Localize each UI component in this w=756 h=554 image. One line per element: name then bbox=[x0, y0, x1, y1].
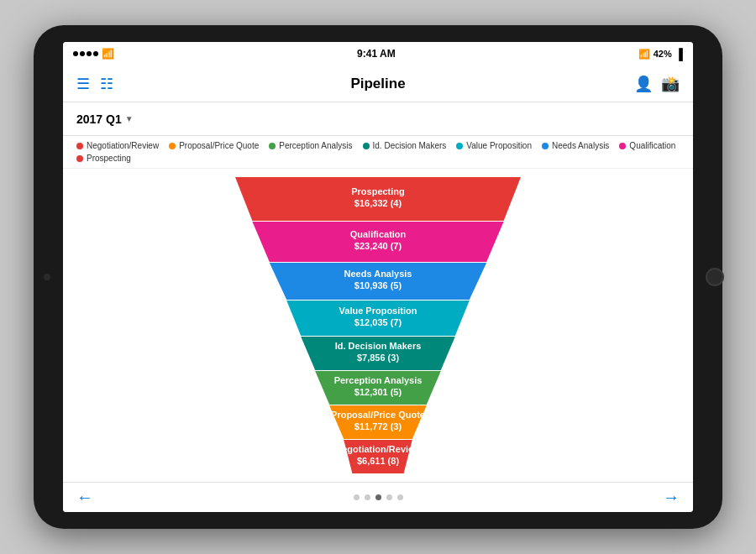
legend-item: Perception Analysis bbox=[269, 141, 352, 150]
toolbar: 2017 Q1 ▼ bbox=[63, 102, 693, 136]
status-time: 9:41 AM bbox=[357, 48, 396, 60]
next-arrow[interactable]: → bbox=[663, 488, 680, 507]
legend-label: Id. Decision Makers bbox=[373, 141, 447, 150]
funnel-label: Negotiation/Review bbox=[335, 444, 421, 454]
legend-item: Qualification bbox=[619, 141, 675, 150]
page-dot-2 bbox=[375, 494, 381, 500]
bluetooth-icon: 📶 bbox=[638, 49, 650, 60]
funnel-svg: Prospecting$16,332 (4)Qualification$23,2… bbox=[235, 177, 521, 473]
nav-title: Pipeline bbox=[350, 76, 405, 92]
person-icon[interactable]: 👤 bbox=[634, 75, 653, 93]
funnel-value: $11,772 (3) bbox=[354, 421, 402, 431]
funnel-value: $10,936 (5) bbox=[354, 280, 402, 290]
legend-label: Perception Analysis bbox=[279, 141, 352, 150]
funnel-label: Proposal/Price Quote bbox=[331, 410, 425, 420]
page-dot-4 bbox=[397, 494, 403, 500]
legend-label: Qualification bbox=[629, 141, 675, 150]
funnel-value: $12,035 (7) bbox=[354, 317, 402, 327]
period-label: 2017 Q1 bbox=[76, 112, 122, 126]
grid-icon[interactable]: ☷ bbox=[100, 75, 113, 93]
signal-dots bbox=[73, 51, 98, 56]
main-content: Prospecting$16,332 (4)Qualification$23,2… bbox=[63, 169, 693, 482]
page-dot-0 bbox=[354, 494, 360, 500]
funnel-value: $6,611 (8) bbox=[357, 456, 399, 466]
nav-right: 👤 📸 bbox=[634, 75, 680, 93]
status-bar: 📶 9:41 AM 📶 42% ▐ bbox=[63, 42, 693, 65]
legend-item: Value Proposition bbox=[456, 141, 532, 150]
legend-dot bbox=[169, 143, 176, 149]
signal-dot-4 bbox=[93, 51, 98, 56]
funnel-label: Perception Analysis bbox=[334, 375, 423, 385]
funnel-label: Prospecting bbox=[351, 186, 405, 196]
legend-item: Prospecting bbox=[76, 154, 131, 163]
prev-arrow[interactable]: ← bbox=[76, 488, 93, 507]
legend-label: Negotiation/Review bbox=[87, 141, 159, 150]
battery-icon: ▐ bbox=[675, 48, 683, 60]
funnel-value: $23,240 (7) bbox=[354, 241, 402, 251]
legend-dot bbox=[76, 143, 83, 149]
legend-dot bbox=[363, 143, 370, 149]
status-left: 📶 bbox=[73, 48, 114, 60]
legend-item: Id. Decision Makers bbox=[363, 141, 447, 150]
period-selector[interactable]: 2017 Q1 ▼ bbox=[76, 112, 134, 126]
legend-label: Proposal/Price Quote bbox=[179, 141, 259, 150]
battery-percent: 42% bbox=[654, 49, 672, 59]
nav-left: ☰ ☷ bbox=[76, 75, 113, 93]
funnel-value: $16,332 (4) bbox=[354, 198, 402, 208]
bottom-bar: ← → bbox=[63, 482, 693, 512]
legend-label: Value Proposition bbox=[466, 141, 532, 150]
status-right: 📶 42% ▐ bbox=[638, 48, 683, 60]
tablet-device: 📶 9:41 AM 📶 42% ▐ ☰ ☷ Pipeline 👤 📸 bbox=[34, 25, 722, 529]
tablet-screen: 📶 9:41 AM 📶 42% ▐ ☰ ☷ Pipeline 👤 📸 bbox=[63, 42, 693, 512]
legend-item: Needs Analysis bbox=[542, 141, 609, 150]
legend-dot bbox=[542, 143, 549, 149]
funnel-label: Value Proposition bbox=[339, 306, 417, 316]
funnel-label: Needs Analysis bbox=[344, 269, 412, 279]
funnel-chart: Prospecting$16,332 (4)Qualification$23,2… bbox=[227, 177, 529, 473]
page-dot-3 bbox=[386, 494, 392, 500]
chevron-down-icon: ▼ bbox=[125, 114, 134, 123]
funnel-value: $12,301 (5) bbox=[354, 387, 402, 397]
legend-label: Needs Analysis bbox=[552, 141, 609, 150]
funnel-value: $7,856 (3) bbox=[357, 353, 399, 363]
signal-dot-3 bbox=[87, 51, 92, 56]
legend: Negotiation/Review Proposal/Price Quote … bbox=[63, 136, 693, 169]
share-icon[interactable]: 📸 bbox=[661, 75, 680, 93]
legend-dot bbox=[619, 143, 626, 149]
page-dot-1 bbox=[365, 494, 370, 500]
legend-item: Negotiation/Review bbox=[76, 141, 159, 150]
hamburger-icon[interactable]: ☰ bbox=[76, 75, 90, 93]
legend-dot bbox=[269, 143, 276, 149]
signal-dot-1 bbox=[73, 51, 78, 56]
legend-dot bbox=[456, 143, 463, 149]
legend-label: Prospecting bbox=[87, 154, 131, 163]
legend-dot bbox=[76, 155, 83, 162]
nav-bar: ☰ ☷ Pipeline 👤 📸 bbox=[63, 65, 693, 102]
funnel-label: Id. Decision Makers bbox=[335, 341, 422, 351]
signal-dot-2 bbox=[80, 51, 85, 56]
funnel-label: Qualification bbox=[350, 229, 407, 239]
page-dots bbox=[354, 494, 403, 500]
legend-item: Proposal/Price Quote bbox=[169, 141, 259, 150]
wifi-icon: 📶 bbox=[102, 48, 114, 60]
